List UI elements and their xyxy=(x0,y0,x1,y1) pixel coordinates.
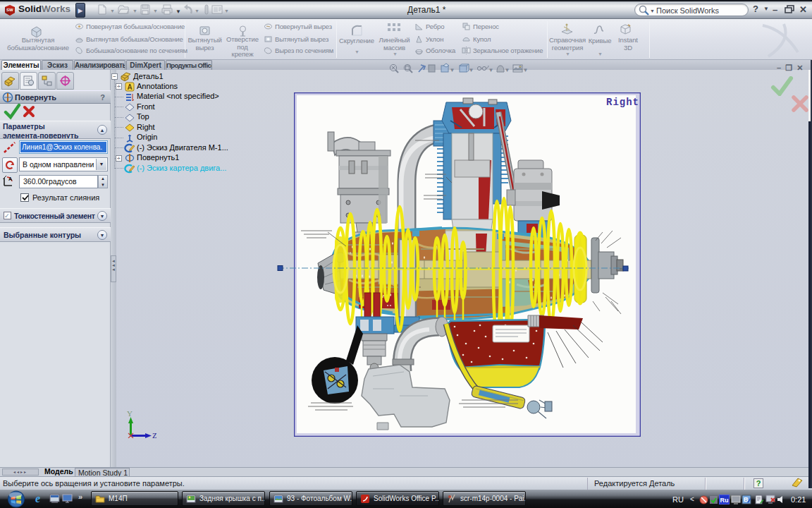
svg-text:Z: Z xyxy=(152,431,156,438)
svg-text:A: A xyxy=(8,176,12,181)
svg-text:▾: ▾ xyxy=(490,68,492,72)
svg-text:Right: Right xyxy=(606,97,639,108)
svg-text:A: A xyxy=(128,83,133,91)
svg-text:Y: Y xyxy=(127,409,133,418)
svg-text:▾: ▾ xyxy=(506,68,508,72)
svg-text:▾: ▾ xyxy=(470,68,472,72)
svg-text:SW: SW xyxy=(6,8,13,12)
svg-text:▾: ▾ xyxy=(451,68,453,72)
svg-text:▾: ▾ xyxy=(524,68,527,72)
